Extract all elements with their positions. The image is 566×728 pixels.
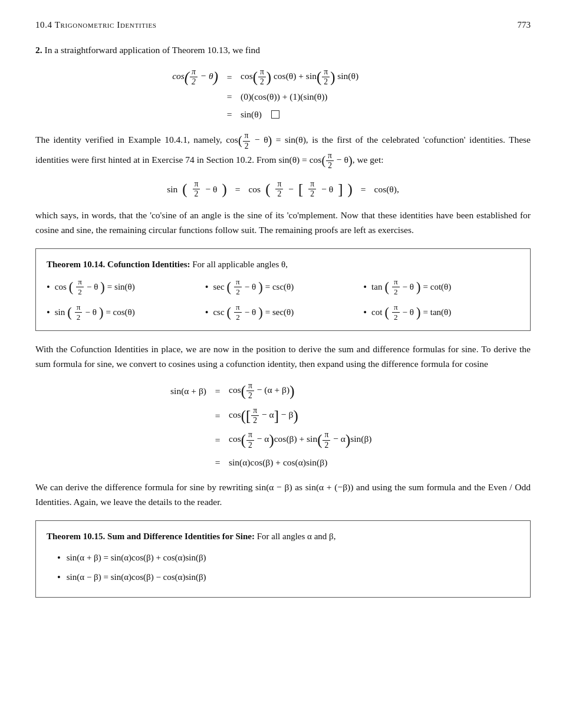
- page-number: 773: [518, 18, 531, 32]
- qed-box: [271, 110, 279, 119]
- theorem-15-number: Theorem 10.15.: [47, 532, 105, 541]
- after-derivation: We can derive the difference formula for…: [35, 480, 531, 510]
- identity-note: The identity verified in Example 10.4.1,…: [35, 131, 531, 170]
- cofunction-equation: sin(π2 − θ) = cos(π2 − [π2 − θ]) = cos(θ…: [35, 179, 531, 199]
- theorem-14-desc: For all applicable angles θ,: [192, 260, 288, 269]
- intro-text: 2. In a straightforward application of T…: [35, 42, 531, 58]
- sine-derivation: sin(α + β) = cos(π2 − (α + β)) = cos([π2…: [35, 381, 531, 470]
- cofunction-words: which says, in words, that the 'co'sine …: [35, 208, 531, 238]
- theorem-15-desc: For all angles α and β,: [257, 532, 336, 541]
- page-header: 10.4 Trigonometric Identities 773: [35, 18, 531, 32]
- cofunction-item-3: • tan(π2 − θ) = cot(θ): [363, 277, 519, 297]
- theorem-14-subtitle: Cofunction Identities:: [107, 260, 190, 269]
- theorem-14-number: Theorem 10.14.: [47, 260, 105, 269]
- section-title: 10.4 Trigonometric Identities: [35, 18, 157, 32]
- cofunction-item-4: • sin(π2 − θ) = cos(θ): [47, 303, 203, 322]
- cofunction-item-5: • csc(π2 − θ) = sec(θ): [205, 303, 361, 322]
- cofunction-item-2: • sec(π2 − θ) = csc(θ): [205, 277, 361, 297]
- theorem-15-box: Theorem 10.15. Sum and Difference Identi…: [35, 520, 531, 598]
- cofunction-item-1: • cos(π2 − θ) = sin(θ): [47, 277, 203, 297]
- theorem-14-box: Theorem 10.14. Cofunction Identities: Fo…: [35, 248, 531, 331]
- cofunction-item-6: • cot(π2 − θ) = tan(θ): [363, 303, 519, 322]
- main-equation: cos(π2 − θ) = cos(π2) cos(θ) + sin(π2) s…: [35, 67, 531, 122]
- after-theorem-14: With the Cofunction Identities in place,…: [35, 342, 531, 372]
- sine-sum-identity: • sin(α + β) = sin(α)cos(β) + cos(α)sin(…: [57, 550, 519, 566]
- theorem-15-subtitle: Sum and Difference Identities for Sine:: [107, 532, 255, 541]
- sine-diff-identity: • sin(α − β) = sin(α)cos(β) − cos(α)sin(…: [57, 569, 519, 585]
